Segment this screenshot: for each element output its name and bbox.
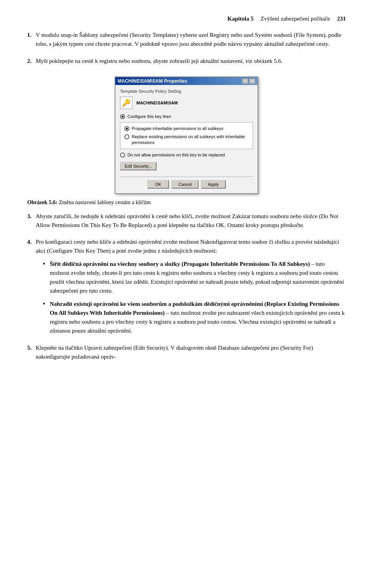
item5-number: 5. bbox=[27, 343, 36, 366]
figure-caption: Obrázek 5.6: Změna nastavení šablony ces… bbox=[27, 199, 346, 206]
header-chapter: Kapitola 5 bbox=[227, 16, 253, 22]
bullet-content-1: Šířit dědičná oprávnění na všechny soubo… bbox=[50, 260, 346, 296]
item5: 5. Klepněte na tlačítko Upravit zabezpeč… bbox=[27, 343, 346, 366]
item4-number: 4. bbox=[27, 238, 36, 340]
intro-paragraph: 1. V modulu snap-in Šablony zabezpečení … bbox=[27, 31, 346, 53]
bullet-content-2: Nahradit existují oprávnění ke všem soub… bbox=[50, 300, 346, 336]
figure-label: Obrázek 5.6: bbox=[27, 199, 58, 205]
radio-option2[interactable] bbox=[124, 134, 129, 139]
configure-label: Configure this key then bbox=[127, 114, 171, 120]
option1-label: Propagate inheritable permissions to all… bbox=[132, 126, 223, 132]
page-header: Kapitola 5 Zvýšení zabezpečení počítače … bbox=[27, 16, 346, 22]
apply-button[interactable]: Apply bbox=[201, 180, 226, 189]
dialog-title: MACHINE\SAM\SAM Properties bbox=[118, 78, 187, 84]
dialog-box: MACHINE\SAM\SAM Properties ? × Template … bbox=[115, 76, 258, 194]
item1-number: 1. bbox=[27, 31, 36, 53]
item4-content: Pro konfiguraci cesty nebo klíče a odebr… bbox=[36, 238, 346, 340]
dialog-body: Template Security Policy Setting 🔑 MACHI… bbox=[115, 85, 258, 193]
radio-option1[interactable] bbox=[124, 126, 129, 131]
key-icon: 🔑 bbox=[120, 97, 132, 109]
configure-radio[interactable]: Configure this key then bbox=[120, 114, 253, 120]
cancel-button[interactable]: Cancel bbox=[171, 180, 199, 189]
icon-row: 🔑 MACHINE\SAM\SAM bbox=[120, 97, 253, 109]
item5-text: Klepněte na tlačítko Upravit zabezpečení… bbox=[36, 343, 346, 362]
option3-row[interactable]: Do not allow permissions on this key to … bbox=[120, 152, 253, 158]
bullet-item-1: • Šířit dědičná oprávnění na všechny sou… bbox=[43, 260, 346, 296]
divider bbox=[120, 177, 253, 177]
item1-text: V modulu snap-in Šablony zabezpečení (Se… bbox=[36, 31, 346, 49]
bullet-list: • Šířit dědičná oprávnění na všechny sou… bbox=[43, 260, 346, 336]
header-page: 231 bbox=[337, 16, 346, 22]
bullet-dot-1: • bbox=[43, 260, 50, 296]
header-title: Zvýšení zabezpečení počítače bbox=[260, 16, 330, 22]
option2-label: Replace existing permissions on all subk… bbox=[132, 134, 249, 146]
close-button[interactable]: × bbox=[249, 78, 255, 84]
bullet-dot-2: • bbox=[43, 300, 50, 336]
item3-text: Abyste zaručili, že nedojde k odebrání o… bbox=[36, 212, 346, 230]
dialog-buttons: OK Cancel Apply bbox=[120, 180, 253, 190]
ok-button[interactable]: OK bbox=[147, 180, 169, 189]
item4: 4. Pro konfiguraci cesty nebo klíče a od… bbox=[27, 238, 346, 340]
item2-number: 2. bbox=[27, 57, 36, 69]
item3: 3. Abyste zaručili, že nedojde k odebrán… bbox=[27, 212, 346, 234]
bullet-item-2: • Nahradit existují oprávnění ke všem so… bbox=[43, 300, 346, 336]
dialog-path: MACHINE\SAM\SAM bbox=[136, 101, 178, 105]
options-group: Propagate inheritable permissions to all… bbox=[120, 122, 253, 149]
bullet1-bold: Šířit dědičná oprávnění na všechny soubo… bbox=[50, 261, 310, 267]
option3-label: Do not allow permissions on this key to … bbox=[127, 152, 225, 158]
item4-text: Pro konfiguraci cesty nebo klíče a odebr… bbox=[36, 238, 346, 256]
item3-number: 3. bbox=[27, 212, 36, 234]
dialog-screenshot: MACHINE\SAM\SAM Properties ? × Template … bbox=[27, 76, 346, 194]
radio-configure[interactable] bbox=[120, 114, 125, 119]
radio-option3[interactable] bbox=[120, 153, 125, 158]
option1-row[interactable]: Propagate inheritable permissions to all… bbox=[124, 126, 249, 132]
titlebar-buttons: ? × bbox=[242, 78, 255, 84]
option2-row[interactable]: Replace existing permissions on all subk… bbox=[124, 134, 249, 146]
item2: 2. Myší poklepejte na cestě k registru n… bbox=[27, 57, 346, 69]
item2-text: Myší poklepejte na cestě k registru nebo… bbox=[36, 57, 346, 66]
help-button[interactable]: ? bbox=[242, 78, 248, 84]
section-label: Template Security Policy Setting bbox=[120, 89, 253, 94]
figure-text: Změna nastavení šablony cestám a klíčům bbox=[58, 199, 151, 205]
edit-security-button[interactable]: Edit Security... bbox=[120, 162, 157, 170]
dialog-titlebar: MACHINE\SAM\SAM Properties ? × bbox=[115, 77, 258, 85]
